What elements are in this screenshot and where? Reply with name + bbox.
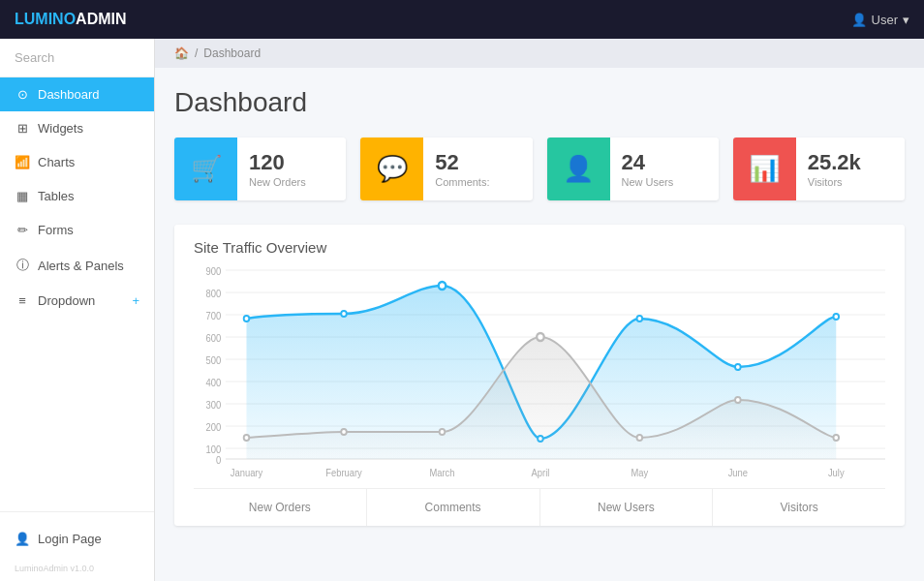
svg-text:100: 100 bbox=[206, 444, 222, 455]
breadcrumb: 🏠 / Dashboard bbox=[155, 39, 924, 68]
svg-text:800: 800 bbox=[206, 289, 222, 299]
chart-dot bbox=[833, 435, 839, 441]
orders-info: 120 New Orders bbox=[237, 142, 318, 195]
sidebar-item-label: Dropdown bbox=[38, 293, 95, 308]
users-value: 24 bbox=[622, 150, 674, 175]
svg-text:900: 900 bbox=[206, 266, 222, 277]
user-label: User bbox=[872, 13, 898, 27]
chart-dot bbox=[537, 333, 544, 341]
svg-text:300: 300 bbox=[206, 400, 222, 411]
brand-bold: ADMIN bbox=[76, 11, 126, 27]
home-icon: 🏠 bbox=[174, 46, 189, 60]
breadcrumb-separator: / bbox=[195, 46, 198, 60]
sidebar-item-dashboard[interactable]: ⊙ Dashboard bbox=[0, 77, 154, 111]
svg-text:700: 700 bbox=[206, 311, 222, 321]
visitors-label: Visitors bbox=[808, 176, 861, 188]
footer-comments: Comments bbox=[367, 489, 540, 526]
chart-dot bbox=[735, 397, 741, 403]
chart-dot bbox=[637, 435, 643, 441]
users-info: 24 New Users bbox=[610, 142, 686, 195]
user-icon: 👤 bbox=[851, 13, 867, 27]
sidebar-item-label: Alerts & Panels bbox=[38, 259, 124, 273]
main-layout: Search ⊙ Dashboard ⊞ Widgets 📶 Charts ▦ … bbox=[0, 39, 924, 581]
svg-text:200: 200 bbox=[206, 422, 222, 433]
svg-text:January: January bbox=[231, 468, 263, 478]
stat-card-users: 👤 24 New Users bbox=[547, 138, 719, 200]
search-input[interactable]: Search bbox=[0, 39, 154, 77]
sidebar-item-label: Widgets bbox=[38, 121, 83, 136]
svg-text:May: May bbox=[631, 468, 648, 478]
visitors-value: 25.2k bbox=[808, 150, 861, 175]
chart-section: Site Traffic Overview bbox=[174, 225, 905, 526]
tables-icon: ▦ bbox=[15, 189, 30, 203]
svg-text:June: June bbox=[728, 468, 748, 478]
sidebar-item-widgets[interactable]: ⊞ Widgets bbox=[0, 111, 154, 145]
user-icon: 👤 bbox=[15, 532, 30, 546]
chart-dot bbox=[341, 311, 347, 317]
svg-text:February: February bbox=[325, 468, 362, 478]
charts-icon: 📶 bbox=[15, 155, 30, 169]
breadcrumb-current: Dashboard bbox=[203, 46, 261, 60]
sidebar-item-charts[interactable]: 📶 Charts bbox=[0, 145, 154, 179]
orders-label: New Orders bbox=[249, 176, 306, 188]
page-title: Dashboard bbox=[174, 87, 905, 118]
svg-text:March: March bbox=[429, 468, 454, 478]
sidebar-item-label: Forms bbox=[38, 223, 74, 237]
comments-label: Comments: bbox=[435, 176, 489, 188]
chart-title: Site Traffic Overview bbox=[194, 239, 885, 256]
sidebar-item-alerts[interactable]: ⓘ Alerts & Panels bbox=[0, 247, 154, 284]
chevron-down-icon: ▾ bbox=[903, 13, 909, 27]
svg-text:500: 500 bbox=[206, 355, 222, 366]
users-label: New Users bbox=[622, 176, 674, 188]
sidebar-item-label: Login Page bbox=[38, 532, 102, 546]
comments-icon: 💬 bbox=[360, 138, 423, 200]
content-area: 🏠 / Dashboard Dashboard 🛒 120 New Orders… bbox=[155, 39, 924, 581]
footer-orders: New Orders bbox=[194, 489, 367, 526]
dropdown-icon: ≡ bbox=[15, 293, 30, 308]
brand-light: LUMINO bbox=[15, 11, 76, 27]
chart-footer: New Orders Comments New Users Visitors bbox=[194, 488, 885, 526]
forms-icon: ✏ bbox=[15, 223, 30, 237]
sidebar-divider bbox=[0, 511, 154, 512]
stat-card-comments: 💬 52 Comments: bbox=[360, 138, 532, 200]
comments-value: 52 bbox=[435, 150, 489, 175]
brand: LUMINOADMIN bbox=[15, 11, 127, 28]
svg-text:0: 0 bbox=[216, 455, 222, 466]
orders-value: 120 bbox=[249, 150, 306, 175]
stat-card-visitors: 📊 25.2k Visitors bbox=[733, 138, 905, 200]
svg-text:July: July bbox=[828, 468, 845, 478]
users-icon: 👤 bbox=[547, 138, 610, 200]
alerts-icon: ⓘ bbox=[15, 257, 30, 274]
user-menu[interactable]: 👤 User ▾ bbox=[851, 13, 909, 27]
dashboard-content: Dashboard 🛒 120 New Orders 💬 52 Comments… bbox=[155, 68, 924, 545]
search-label: Search bbox=[15, 50, 54, 65]
navbar: LUMINOADMIN 👤 User ▾ bbox=[0, 0, 924, 39]
sidebar-menu: ⊙ Dashboard ⊞ Widgets 📶 Charts ▦ Tables … bbox=[0, 77, 154, 506]
plus-icon: + bbox=[132, 293, 139, 308]
chart-dot bbox=[244, 316, 250, 321]
chart-dot bbox=[341, 429, 347, 435]
visitors-icon: 📊 bbox=[733, 138, 796, 200]
sidebar-item-label: Dashboard bbox=[38, 87, 100, 102]
sidebar-item-dropdown[interactable]: ≡ Dropdown + bbox=[0, 284, 154, 318]
chart-dot bbox=[440, 429, 446, 435]
svg-text:600: 600 bbox=[206, 333, 222, 344]
sidebar-item-label: Charts bbox=[38, 155, 75, 169]
footer-visitors: Visitors bbox=[713, 489, 885, 526]
sidebar-item-login[interactable]: 👤 Login Page bbox=[0, 522, 154, 556]
dashboard-icon: ⊙ bbox=[15, 87, 30, 102]
stat-card-orders: 🛒 120 New Orders bbox=[174, 138, 346, 200]
chart-dot bbox=[439, 282, 447, 290]
chart-dot bbox=[637, 316, 643, 321]
stat-cards-container: 🛒 120 New Orders 💬 52 Comments: 👤 bbox=[174, 138, 905, 200]
orders-icon: 🛒 bbox=[174, 138, 237, 200]
widgets-icon: ⊞ bbox=[15, 121, 30, 136]
visitors-info: 25.2k Visitors bbox=[796, 142, 873, 195]
sidebar-item-forms[interactable]: ✏ Forms bbox=[0, 213, 154, 247]
footer-users: New Users bbox=[540, 489, 714, 526]
chart-dot bbox=[833, 314, 839, 320]
chart-dot bbox=[735, 364, 741, 370]
svg-text:April: April bbox=[532, 468, 550, 478]
sidebar-item-tables[interactable]: ▦ Tables bbox=[0, 179, 154, 213]
sidebar-footer: LuminoAdmin v1.0.0 bbox=[0, 556, 154, 581]
